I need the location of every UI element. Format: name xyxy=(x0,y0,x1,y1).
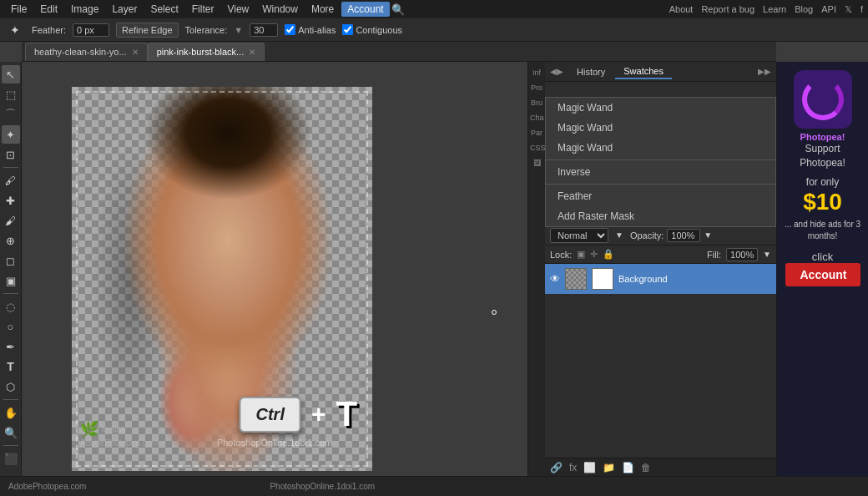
layer-mask-thumbnail xyxy=(592,268,613,290)
opacity-input[interactable] xyxy=(667,229,700,242)
menu-about[interactable]: About xyxy=(669,4,694,14)
feather-input[interactable] xyxy=(73,23,109,37)
layer-link-icon[interactable]: 🔗 xyxy=(550,462,563,473)
lock-pixels-icon[interactable]: ▣ xyxy=(577,249,585,260)
ctx-feather[interactable]: Feather xyxy=(546,186,775,206)
subnav-bru[interactable]: Bru xyxy=(530,97,543,109)
tool-separator-4 xyxy=(3,445,18,446)
ctx-add-raster-mask[interactable]: Add Raster Mask xyxy=(546,206,775,226)
menu-api[interactable]: API xyxy=(821,4,836,14)
ctx-magic-wand-3[interactable]: Magic Wand xyxy=(546,138,775,158)
tab-close-healthy[interactable]: ✕ xyxy=(132,48,139,57)
path-tool[interactable]: ⬡ xyxy=(2,377,20,396)
crop-tool[interactable]: ⊡ xyxy=(2,145,20,164)
status-center: PhotoshopOnline.1doi1.com xyxy=(270,482,375,491)
subnav-par[interactable]: Par xyxy=(530,127,543,139)
panel-tab-swatches[interactable]: Swatches xyxy=(615,64,672,79)
healing-tool[interactable]: ✚ xyxy=(2,191,20,210)
search-icon[interactable]: 🔍 xyxy=(391,3,405,16)
magic-wand-tool[interactable]: ✦ xyxy=(2,125,20,144)
lasso-tool[interactable]: ⌒ xyxy=(2,105,20,124)
menu-layer[interactable]: Layer xyxy=(106,2,143,17)
menu-right: About Report a bug Learn Blog API 𝕏 f xyxy=(669,4,863,15)
ctx-magic-wand-2[interactable]: Magic Wand xyxy=(546,118,775,138)
subnav-inf[interactable]: Inf xyxy=(530,67,543,78)
menu-filter[interactable]: Filter xyxy=(186,2,220,17)
pen-tool[interactable]: ✒ xyxy=(2,337,20,356)
layer-item-background[interactable]: 👁 Background xyxy=(545,264,776,294)
top-menu-bar: File Edit Image Layer Select Filter View… xyxy=(0,0,868,18)
cursor-pointer xyxy=(491,309,497,316)
menu-select[interactable]: Select xyxy=(144,2,184,17)
clone-tool[interactable]: ⊕ xyxy=(2,231,20,250)
panel-tab-history[interactable]: History xyxy=(568,65,613,78)
menu-window[interactable]: Window xyxy=(256,2,304,17)
plus-symbol: + xyxy=(311,400,326,428)
menu-more[interactable]: More xyxy=(305,2,340,17)
refine-edge-button[interactable]: Refine Edge xyxy=(116,23,179,38)
menu-edit[interactable]: Edit xyxy=(34,2,63,17)
ctrl-key: Ctrl xyxy=(240,397,301,433)
panel-options-icon[interactable]: ▶▶ xyxy=(758,67,771,76)
color-swatch[interactable]: ⬛ xyxy=(2,449,20,468)
photopea-logo xyxy=(802,78,844,120)
opacity-down-icon[interactable]: ▼ xyxy=(615,230,623,240)
watermark-left: 🌿 le sinh AdobePhotopea.com xyxy=(80,420,158,448)
menu-view[interactable]: View xyxy=(221,2,255,17)
fill-input[interactable] xyxy=(726,248,758,261)
menu-blog[interactable]: Blog xyxy=(795,4,813,14)
tab-healthy[interactable]: heathy-clean-skin-yo... ✕ xyxy=(25,43,148,61)
canvas-area[interactable]: Ctrl + T 🌿 le sinh AdobePhotopea.com Pho… xyxy=(22,62,527,476)
layers-footer: 🔗 fx ⬜ 📁 📄 🗑 xyxy=(545,458,776,476)
lock-all-icon[interactable]: 🔒 xyxy=(603,249,614,260)
eyedropper-tool[interactable]: 🖋 xyxy=(2,171,20,190)
facebook-icon[interactable]: f xyxy=(860,4,863,14)
layer-new-icon[interactable]: 📄 xyxy=(622,462,634,473)
blend-mode-select[interactable]: Normal Multiply Screen xyxy=(550,228,608,243)
tolerance-input[interactable] xyxy=(250,23,278,37)
layer-delete-icon[interactable]: 🗑 xyxy=(641,462,651,473)
menu-account[interactable]: Account xyxy=(341,2,389,17)
subnav-img[interactable]: 🖼 xyxy=(530,157,543,169)
type-tool[interactable]: T xyxy=(2,357,20,376)
layer-group-icon[interactable]: 📁 xyxy=(603,462,615,473)
tab-pink-ink[interactable]: pink-ink-burst-black... ✕ xyxy=(148,43,265,61)
hand-tool[interactable]: ✋ xyxy=(2,403,20,422)
antialias-checkbox[interactable]: Anti-alias xyxy=(285,24,336,35)
menu-file[interactable]: File xyxy=(5,2,33,17)
marquee-tool[interactable]: ⬚ xyxy=(2,85,20,104)
tab-close-pink[interactable]: ✕ xyxy=(249,48,255,57)
twitter-icon[interactable]: 𝕏 xyxy=(845,4,852,15)
subnav-css[interactable]: CSS xyxy=(530,142,543,154)
subnav-pro[interactable]: Pro xyxy=(530,82,543,94)
ad-for-only: for only xyxy=(806,175,839,190)
ctx-separator-2 xyxy=(546,184,775,185)
watermark-center-url: PhotoshopOnline.1doi1.com xyxy=(217,438,332,448)
lock-position-icon[interactable]: ✛ xyxy=(590,249,598,260)
brand-left: le sinh xyxy=(102,425,126,434)
zoom-tool[interactable]: 🔍 xyxy=(2,423,20,442)
dodge-tool[interactable]: ○ xyxy=(2,317,20,336)
layer-fx-icon[interactable]: fx xyxy=(569,462,577,473)
menu-report-bug[interactable]: Report a bug xyxy=(701,4,754,14)
menu-image[interactable]: Image xyxy=(65,2,104,17)
tab-label: heathy-clean-skin-yo... xyxy=(34,47,127,57)
magic-wand-icon[interactable]: ✦ xyxy=(5,22,25,38)
brush-tool[interactable]: 🖌 xyxy=(2,211,20,230)
panel-collapse-icon[interactable]: ◀▶ xyxy=(550,67,563,76)
contiguous-checkbox[interactable]: Contiguous xyxy=(342,24,402,35)
side-subnav: Inf Pro Bru Cha Par CSS 🖼 xyxy=(528,62,545,476)
ctx-inverse[interactable]: Inverse xyxy=(546,162,775,182)
layer-mask-icon[interactable]: ⬜ xyxy=(583,462,596,473)
subnav-cha[interactable]: Cha xyxy=(530,112,543,124)
opacity-arrow[interactable]: ▼ xyxy=(704,230,712,240)
gradient-tool[interactable]: ▣ xyxy=(2,271,20,290)
account-button[interactable]: Account xyxy=(785,263,860,286)
layer-visibility-icon[interactable]: 👁 xyxy=(550,273,560,285)
ctx-magic-wand-1[interactable]: Magic Wand xyxy=(546,98,775,118)
menu-learn[interactable]: Learn xyxy=(763,4,786,14)
move-tool[interactable]: ↖ xyxy=(2,65,20,84)
blur-tool[interactable]: ◌ xyxy=(2,297,20,316)
fill-arrow[interactable]: ▼ xyxy=(763,250,771,259)
eraser-tool[interactable]: ◻ xyxy=(2,251,20,270)
